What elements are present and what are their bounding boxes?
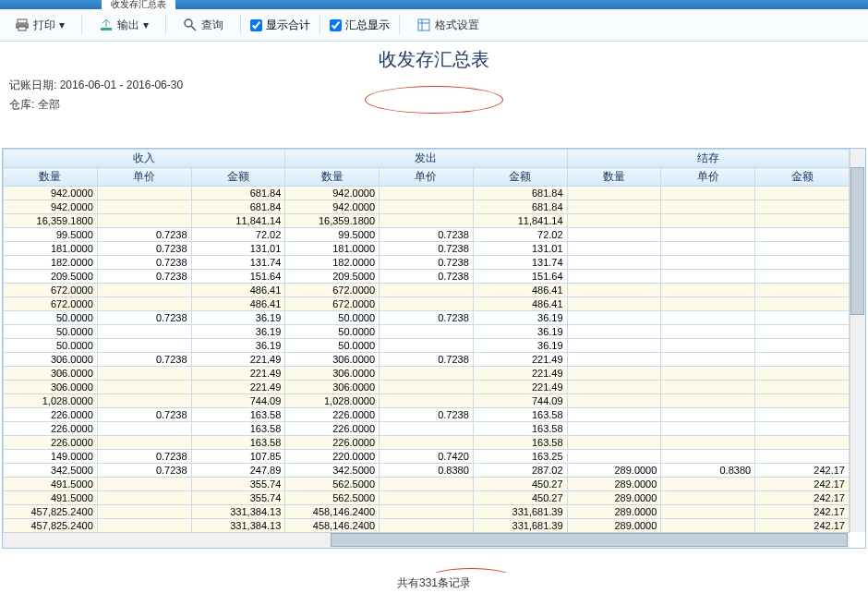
cell: 355.74 bbox=[191, 478, 285, 491]
cell bbox=[567, 339, 661, 353]
scroll-thumb[interactable] bbox=[331, 533, 848, 547]
horizontal-scrollbar[interactable] bbox=[3, 532, 850, 548]
table-row[interactable]: 99.50000.723872.0299.50000.723872.02 bbox=[4, 228, 850, 242]
cell: 0.7238 bbox=[97, 450, 191, 464]
table-row[interactable]: 149.00000.7238107.85220.00000.7420163.25 bbox=[4, 450, 850, 464]
export-button[interactable]: 输出 ▾ bbox=[91, 15, 156, 36]
cell bbox=[755, 422, 850, 436]
cell bbox=[567, 297, 661, 311]
table-row[interactable]: 306.0000221.49306.0000221.49 bbox=[4, 381, 850, 394]
cell: 163.58 bbox=[191, 408, 285, 422]
cell: 163.25 bbox=[473, 450, 567, 464]
cell: 491.5000 bbox=[4, 478, 98, 491]
table-row[interactable]: 457,825.2400331,384.13458,146.2400331,68… bbox=[4, 505, 850, 519]
tab-active[interactable]: 收发存汇总表 bbox=[102, 0, 175, 9]
table-row[interactable]: 457,825.2400331,384.13458,146.2400331,68… bbox=[4, 519, 850, 533]
cell bbox=[567, 367, 661, 381]
table-row[interactable]: 226.0000163.58226.0000163.58 bbox=[4, 422, 850, 436]
query-button[interactable]: 查询 bbox=[175, 15, 231, 36]
cell: 131.01 bbox=[473, 242, 567, 256]
cell: 458,146.2400 bbox=[285, 519, 380, 533]
cell: 220.0000 bbox=[285, 450, 380, 464]
col-header[interactable]: 数量 bbox=[285, 168, 380, 187]
table-row[interactable]: 306.00000.7238221.49306.00000.7238221.49 bbox=[4, 353, 850, 367]
cell: 16,359.1800 bbox=[285, 214, 380, 228]
cell: 681.84 bbox=[191, 200, 285, 214]
cell: 306.0000 bbox=[285, 353, 380, 367]
table-row[interactable]: 50.00000.723836.1950.00000.723836.19 bbox=[4, 311, 850, 325]
col-header[interactable]: 单价 bbox=[661, 168, 755, 187]
cell bbox=[97, 422, 191, 436]
cell: 221.49 bbox=[473, 367, 567, 381]
table-row[interactable]: 50.000036.1950.000036.19 bbox=[4, 325, 850, 339]
cell bbox=[755, 228, 850, 242]
cell bbox=[661, 381, 755, 394]
table-row[interactable]: 672.0000486.41672.0000486.41 bbox=[4, 284, 850, 297]
col-header[interactable]: 单价 bbox=[380, 168, 474, 187]
cell: 672.0000 bbox=[4, 284, 98, 297]
table-row[interactable]: 491.5000355.74562.5000450.27289.0000242.… bbox=[4, 491, 850, 505]
show-total-input[interactable] bbox=[250, 19, 262, 31]
cell bbox=[97, 367, 191, 381]
cell bbox=[755, 242, 850, 256]
table-row[interactable]: 306.0000221.49306.0000221.49 bbox=[4, 367, 850, 381]
table-row[interactable]: 942.0000681.84942.0000681.84 bbox=[4, 187, 850, 200]
table-row[interactable]: 491.5000355.74562.5000450.27289.0000242.… bbox=[4, 478, 850, 491]
show-total-checkbox[interactable]: 显示合计 bbox=[250, 18, 310, 33]
table-row[interactable]: 209.50000.7238151.64209.50000.7238151.64 bbox=[4, 270, 850, 284]
summary-checkbox[interactable]: 汇总显示 bbox=[330, 18, 390, 33]
col-header[interactable]: 单价 bbox=[97, 168, 191, 187]
vertical-scrollbar[interactable] bbox=[850, 149, 865, 532]
print-button[interactable]: 打印 ▾ bbox=[7, 15, 72, 36]
data-grid: 收入 发出 结存 数量单价金额数量单价金额数量单价金额 942.0000681.… bbox=[3, 149, 850, 549]
cell: 0.7238 bbox=[380, 311, 474, 325]
cell: 0.7238 bbox=[97, 242, 191, 256]
cell: 942.0000 bbox=[4, 200, 98, 214]
col-header[interactable]: 数量 bbox=[567, 168, 661, 187]
cell bbox=[661, 450, 755, 464]
separator bbox=[81, 15, 82, 35]
cell: 0.7238 bbox=[380, 256, 474, 270]
col-header[interactable]: 金额 bbox=[473, 168, 567, 187]
cell: 289.0000 bbox=[567, 491, 661, 505]
cell bbox=[97, 394, 191, 408]
cell: 163.58 bbox=[473, 436, 567, 450]
date-label: 记账日期: bbox=[9, 79, 56, 91]
table-row[interactable]: 50.000036.1950.000036.19 bbox=[4, 339, 850, 353]
format-button[interactable]: 格式设置 bbox=[409, 15, 487, 36]
cell bbox=[755, 284, 850, 297]
cell: 486.41 bbox=[473, 297, 567, 311]
cell: 50.0000 bbox=[285, 311, 380, 325]
cell: 36.19 bbox=[473, 311, 567, 325]
table-wrap: 收入 发出 结存 数量单价金额数量单价金额数量单价金额 942.0000681.… bbox=[2, 148, 866, 549]
table-row[interactable]: 1,028.0000744.091,028.0000744.09 bbox=[4, 394, 850, 408]
cell bbox=[567, 325, 661, 339]
cell: 289.0000 bbox=[567, 464, 661, 478]
col-header[interactable]: 金额 bbox=[755, 168, 850, 187]
cell bbox=[661, 270, 755, 284]
col-header[interactable]: 数量 bbox=[4, 168, 98, 187]
cell bbox=[661, 325, 755, 339]
cell bbox=[567, 408, 661, 422]
cell bbox=[661, 200, 755, 214]
table-row[interactable]: 226.0000163.58226.0000163.58 bbox=[4, 436, 850, 450]
table-row[interactable]: 16,359.180011,841.1416,359.180011,841.14 bbox=[4, 214, 850, 228]
table-row[interactable]: 181.00000.7238131.01181.00000.7238131.01 bbox=[4, 242, 850, 256]
svg-rect-2 bbox=[18, 27, 26, 30]
cell: 0.7238 bbox=[97, 228, 191, 242]
cell: 163.58 bbox=[473, 422, 567, 436]
cell: 672.0000 bbox=[285, 297, 380, 311]
table-row[interactable]: 342.50000.7238247.89342.50000.8380287.02… bbox=[4, 464, 850, 478]
table-row[interactable]: 672.0000486.41672.0000486.41 bbox=[4, 297, 850, 311]
scroll-thumb[interactable] bbox=[850, 167, 864, 315]
summary-input[interactable] bbox=[330, 19, 342, 31]
meta-date: 记账日期: 2016-06-01 - 2016-06-30 bbox=[0, 76, 868, 95]
cell: 306.0000 bbox=[285, 367, 380, 381]
col-header[interactable]: 金额 bbox=[191, 168, 285, 187]
table-row[interactable]: 942.0000681.84942.0000681.84 bbox=[4, 200, 850, 214]
table-row[interactable]: 226.00000.7238163.58226.00000.7238163.58 bbox=[4, 408, 850, 422]
table-row[interactable]: 182.00000.7238131.74182.00000.7238131.74 bbox=[4, 256, 850, 270]
cell bbox=[755, 339, 850, 353]
cell: 331,681.39 bbox=[473, 505, 567, 519]
cell: 486.41 bbox=[191, 284, 285, 297]
